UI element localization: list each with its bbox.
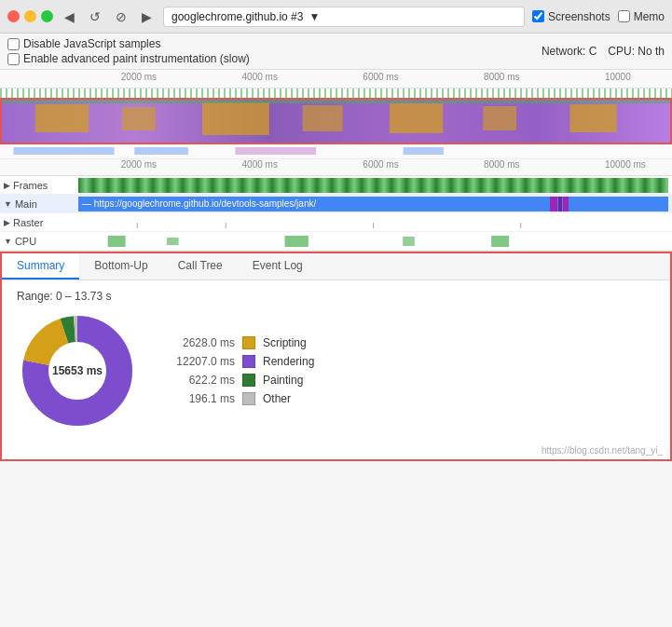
main-text: Main: [15, 198, 37, 210]
other-swatch: [242, 392, 255, 405]
tab-call-tree[interactable]: Call Tree: [163, 253, 238, 279]
header-right: Network: C CPU: No th: [542, 37, 665, 65]
svg-rect-19: [403, 237, 415, 246]
legend-painting: 622.2 ms Painting: [160, 374, 314, 387]
tab-event-log[interactable]: Event Log: [238, 253, 318, 279]
disable-js-text: Disable JavaScript samples: [23, 37, 160, 50]
enable-paint-text: Enable advanced paint instrumentation (s…: [23, 52, 250, 65]
painting-value: 622.2 ms: [160, 374, 235, 387]
maximize-button[interactable]: [41, 10, 53, 22]
ruler2-tick-8000: 8000 ms: [484, 159, 519, 170]
ruler-tick-10000: 10000: [605, 72, 631, 82]
rendering-value: 12207.0 ms: [160, 355, 235, 368]
svg-rect-0: [35, 104, 89, 132]
legend: 2628.0 ms Scripting 12207.0 ms Rendering…: [160, 336, 314, 405]
tabs-bar: Summary Bottom-Up Call Tree Event Log: [2, 253, 670, 280]
donut-center-label: 15653 ms: [52, 364, 103, 377]
scripting-value: 2628.0 ms: [160, 336, 235, 349]
ruler-tick-8000: 8000 ms: [484, 72, 519, 82]
legend-rendering: 12207.0 ms Rendering: [160, 355, 314, 368]
toolbar-checkboxes: Disable JavaScript samples Enable advanc…: [0, 34, 672, 70]
ruler2-tick-10000: 10000 ms: [605, 159, 646, 170]
scripting-swatch: [242, 336, 255, 349]
network-row: [0, 144, 672, 159]
watermark-container: https://blog.csdn.net/tang_yi_: [2, 441, 670, 459]
traffic-lights: [7, 10, 53, 22]
enable-paint-label[interactable]: Enable advanced paint instrumentation (s…: [7, 52, 250, 65]
raster-label[interactable]: ▶ Raster: [4, 217, 78, 228]
svg-rect-8: [13, 147, 114, 155]
legend-scripting: 2628.0 ms Scripting: [160, 336, 314, 349]
ruler2-tick-6000: 6000 ms: [363, 159, 398, 170]
ruler-tick-6000: 6000 ms: [363, 72, 398, 82]
svg-rect-2: [202, 102, 269, 135]
donut-chart: 15653 ms: [17, 310, 138, 431]
frames-label[interactable]: ▶ Frames: [4, 180, 78, 191]
track-cpu: ▼ CPU: [0, 232, 672, 251]
purple-block-1: [550, 197, 557, 211]
browser-chrome-bar: ◀ ↺ ⊘ ▶ googlechrome.github.io #3 ▼ Scre…: [0, 0, 672, 34]
back-button[interactable]: ◀: [61, 7, 78, 26]
cpu-track-label[interactable]: ▼ CPU: [4, 236, 78, 247]
frames-expand-icon[interactable]: ▶: [4, 181, 10, 190]
fps-row: [0, 89, 672, 98]
svg-rect-9: [134, 147, 188, 155]
minimize-button[interactable]: [24, 10, 36, 22]
main-label[interactable]: ▼ Main: [4, 198, 78, 210]
frames-text: Frames: [13, 180, 48, 191]
svg-rect-7: [2, 100, 670, 103]
cpu-expand-icon[interactable]: ▼: [4, 237, 12, 246]
watermark-text: https://blog.csdn.net/tang_yi_: [542, 445, 663, 456]
svg-rect-6: [569, 104, 616, 132]
memo-checkbox-label[interactable]: Memo: [618, 10, 665, 23]
range-text: Range: 0 – 13.73 s: [17, 290, 655, 303]
screenshots-checkbox[interactable]: [532, 10, 544, 22]
svg-rect-10: [235, 147, 316, 155]
raster-text: Raster: [13, 217, 43, 228]
memo-checkbox[interactable]: [618, 10, 630, 22]
chart-legend-row: 15653 ms 2628.0 ms Scripting 12207.0 ms …: [17, 310, 655, 431]
disable-js-checkbox[interactable]: [7, 38, 20, 50]
frames-bar: [78, 178, 668, 193]
svg-rect-18: [285, 236, 309, 247]
purple-block-2: [558, 197, 562, 211]
ruler-tick-2000: 2000 ms: [121, 72, 157, 82]
main-flame-chart[interactable]: [0, 98, 672, 144]
disable-js-label[interactable]: Disable JavaScript samples: [7, 37, 250, 50]
cpu-text: CPU: [15, 236, 36, 247]
time-ruler-bottom: 2000 ms 4000 ms 6000 ms 8000 ms 10000 ms: [0, 159, 672, 176]
screenshots-checkbox-label[interactable]: Screenshots: [532, 10, 610, 23]
summary-content: Range: 0 – 13.73 s: [2, 280, 670, 441]
main-purple-blocks: [550, 197, 668, 211]
other-value: 196.1 ms: [160, 392, 235, 405]
main-content: — https://googlechrome.github.io/devtool…: [78, 197, 668, 211]
svg-rect-5: [483, 106, 516, 130]
bottom-panel: Summary Bottom-Up Call Tree Event Log Ra…: [0, 252, 672, 461]
ruler-tick-4000: 4000 ms: [242, 72, 278, 82]
cpu-content: [78, 234, 668, 249]
raster-expand-icon[interactable]: ▶: [4, 218, 10, 227]
memo-label: Memo: [634, 10, 665, 23]
forward-button[interactable]: ▶: [138, 7, 156, 26]
svg-rect-20: [491, 236, 509, 247]
svg-rect-1: [122, 107, 156, 130]
svg-rect-16: [108, 236, 126, 247]
cpu-label: CPU: No th: [608, 45, 665, 58]
time-ruler-top: 2000 ms 4000 ms 6000 ms 8000 ms 10000: [0, 70, 672, 89]
svg-rect-3: [303, 105, 343, 131]
ruler2-tick-2000: 2000 ms: [121, 159, 157, 170]
close-button[interactable]: [7, 10, 20, 22]
legend-other: 196.1 ms Other: [160, 392, 314, 405]
frames-content: [78, 178, 668, 193]
tab-bottom-up[interactable]: Bottom-Up: [79, 253, 162, 279]
enable-paint-checkbox[interactable]: [7, 53, 20, 65]
svg-rect-4: [390, 103, 443, 133]
rendering-swatch: [242, 355, 255, 368]
stop-button[interactable]: ⊘: [112, 7, 130, 26]
purple-block-3: [563, 197, 569, 211]
main-expand-icon[interactable]: ▼: [4, 199, 12, 209]
reload-button[interactable]: ↺: [86, 7, 104, 26]
url-bar[interactable]: googlechrome.github.io #3 ▼: [163, 7, 525, 27]
tab-summary[interactable]: Summary: [2, 253, 79, 279]
rendering-name: Rendering: [263, 355, 314, 368]
